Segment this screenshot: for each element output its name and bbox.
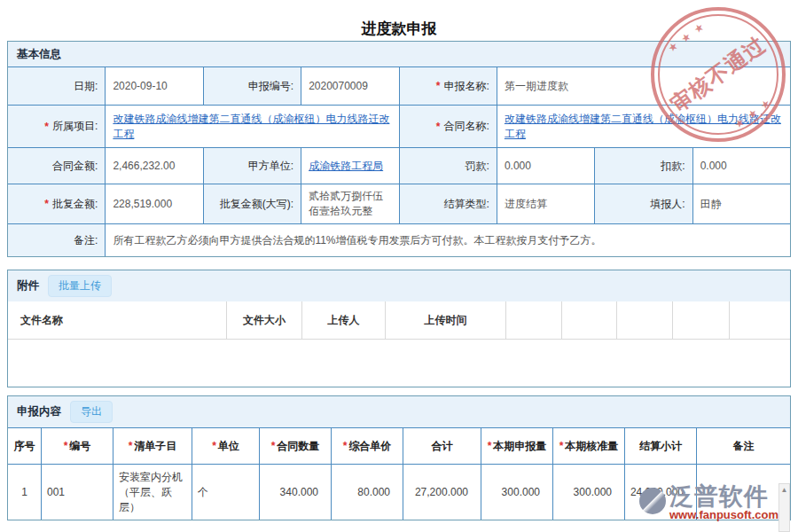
- approved-amount-value: 228,519.000: [106, 184, 202, 223]
- filler-value: 田静: [693, 184, 790, 223]
- page-title: 进度款申报: [0, 0, 798, 41]
- col-empty-5: [730, 301, 790, 339]
- col-unit: *单位: [192, 428, 259, 464]
- col-upload-time: 上传时间: [386, 301, 506, 339]
- row-list-item: 安装室内分机（平层、跃层）: [113, 465, 192, 520]
- attachments-section: 附件 批量上传 文件名称 文件大小 上传人 上传时间: [7, 270, 791, 387]
- col-contract-qty: *合同数量: [260, 428, 331, 464]
- col-empty-1: [506, 301, 562, 339]
- approved-amount-label: *批复金额:: [8, 184, 105, 223]
- project-label: *所属项目:: [8, 106, 105, 147]
- declaration-no-value: 2020070009: [301, 67, 398, 105]
- party-a-link[interactable]: 成渝铁路工程局: [309, 159, 383, 174]
- deduction-value: 0.000: [693, 148, 790, 184]
- col-empty-3: [617, 301, 673, 339]
- attachments-title: 附件: [17, 278, 39, 293]
- col-seq: 序号: [8, 428, 41, 464]
- fine-label: 罚款:: [400, 148, 497, 184]
- export-button[interactable]: 导出: [70, 401, 113, 423]
- col-uploader: 上传人: [302, 301, 386, 339]
- party-a-label: 甲方单位:: [204, 148, 301, 184]
- col-file-name: 文件名称: [8, 301, 227, 339]
- basic-info-table: 日期: 2020-09-10 申报编号: 2020070009 *申报名称: 第…: [8, 66, 790, 256]
- watermark-brand: 泛普软件: [669, 484, 778, 509]
- declaration-title: 申报内容: [17, 404, 61, 419]
- declaration-name-label: *申报名称:: [400, 67, 497, 105]
- basic-info-section: 基本信息 日期: 2020-09-10 申报编号: 2020070009 *申报…: [7, 41, 791, 257]
- col-period-approved: *本期核准量: [553, 428, 624, 464]
- col-remark: 备注: [697, 428, 790, 464]
- col-file-size: 文件大小: [227, 301, 302, 339]
- contract-link[interactable]: 改建铁路成渝线增建第二直通线（成渝枢纽）电力线路迁改工程: [505, 112, 783, 142]
- col-code: *编号: [42, 428, 113, 464]
- row-unit: 个: [192, 465, 259, 520]
- row-contract-qty: 340.000: [260, 465, 331, 520]
- fanpu-watermark: 泛普软件 www.fanpusoft.com: [639, 484, 778, 521]
- row-period-declared: 300.000: [481, 465, 552, 520]
- col-settle-subtotal: 结算小计: [625, 428, 696, 464]
- contract-amount-value: 2,466,232.00: [106, 148, 202, 184]
- basic-info-title: 基本信息: [17, 47, 61, 62]
- watermark-url: www.fanpusoft.com: [669, 509, 778, 521]
- attachments-table-header: 文件名称 文件大小 上传人 上传时间: [8, 301, 790, 340]
- attachments-header: 附件 批量上传: [8, 270, 790, 301]
- scroll-up-icon[interactable]: ▲: [781, 484, 788, 531]
- project-link[interactable]: 改建铁路成渝线增建第二直通线（成渝枢纽）电力线路迁改工程: [113, 112, 391, 142]
- row-unit-price: 80.000: [332, 465, 403, 520]
- fine-value: 0.000: [497, 148, 594, 184]
- filler-label: 填报人:: [595, 184, 692, 223]
- settle-type-label: 结算类型:: [400, 184, 497, 223]
- col-period-declared: *本期申报量: [481, 428, 552, 464]
- attachments-empty-body: [8, 340, 790, 387]
- row-seq: 1: [8, 465, 41, 520]
- contract-name-value: 改建铁路成渝线增建第二直通线（成渝枢纽）电力线路迁改工程: [497, 106, 790, 147]
- remark-label: 备注:: [8, 224, 105, 256]
- declaration-name-value: 第一期进度款: [497, 67, 790, 105]
- row-code: 001: [42, 465, 113, 520]
- batch-upload-button[interactable]: 批量上传: [48, 275, 112, 297]
- fanpu-logo-icon: [639, 488, 666, 514]
- declaration-header: 申报内容 导出: [8, 396, 790, 427]
- date-value: 2020-09-10: [106, 67, 202, 105]
- approved-caps-value: 贰拾贰万捌仟伍佰壹拾玖元整: [301, 184, 398, 223]
- col-list-item: *清单子目: [113, 428, 192, 464]
- basic-info-header: 基本信息: [8, 42, 790, 66]
- row-total: 27,200.000: [403, 465, 481, 520]
- remark-value: 所有工程款乙方必须向甲方提供合法合规的11%增值税专用发票后方可付款。本工程款按…: [106, 224, 790, 256]
- approved-caps-label: 批复金额(大写):: [204, 184, 301, 223]
- row-period-approved: 300.000: [553, 465, 624, 520]
- project-value: 改建铁路成渝线增建第二直通线（成渝枢纽）电力线路迁改工程: [106, 106, 398, 147]
- declaration-no-label: 申报编号:: [204, 67, 301, 105]
- contract-name-label: *合同名称:: [400, 106, 497, 147]
- contract-amount-label: 合同金额:: [8, 148, 105, 184]
- party-a-value: 成渝铁路工程局: [301, 148, 398, 184]
- date-label: 日期:: [8, 67, 105, 105]
- col-empty-2: [562, 301, 617, 339]
- col-total: 合计: [403, 428, 481, 464]
- col-unit-price: *综合单价: [332, 428, 403, 464]
- deduction-label: 扣款:: [595, 148, 692, 184]
- col-empty-4: [673, 301, 730, 339]
- settle-type-value: 进度结算: [497, 184, 594, 223]
- table-scrollbar[interactable]: ▲: [778, 483, 790, 532]
